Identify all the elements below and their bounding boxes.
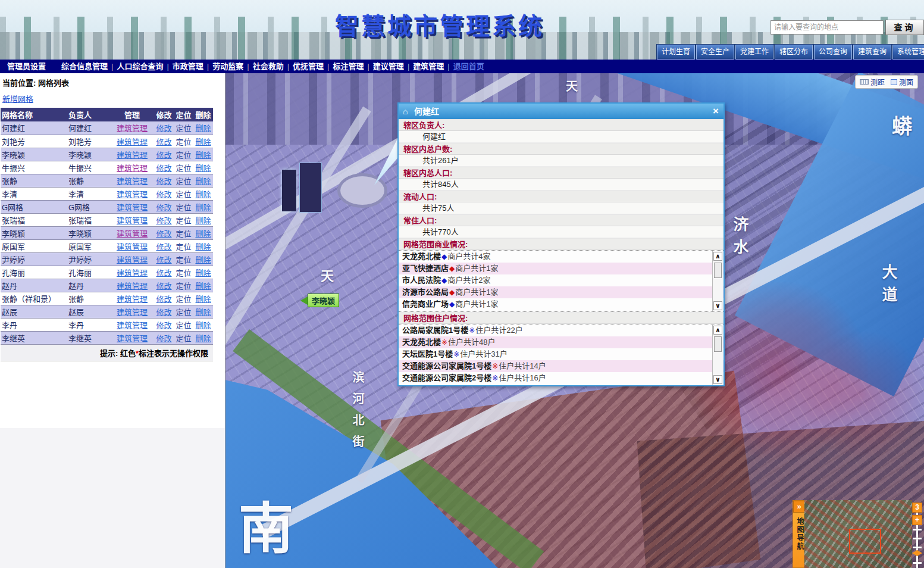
edit-link[interactable]: 修改 — [156, 334, 171, 343]
edit-link[interactable]: 修改 — [156, 282, 171, 291]
edit-link[interactable]: 修改 — [156, 308, 171, 317]
add-grid-link[interactable]: 新增网格 — [2, 93, 33, 104]
nav-item-2[interactable]: 综合信息管理 — [58, 62, 111, 71]
nav-item-1[interactable]: 管理员设置 — [4, 62, 49, 71]
manage-link[interactable]: 建筑管理 — [117, 295, 148, 304]
zoom-slider-track[interactable] — [916, 504, 918, 568]
minimap-collapse-button[interactable]: » — [793, 501, 805, 513]
manage-link[interactable]: 建筑管理 — [117, 177, 148, 186]
list-item[interactable]: 交通能源公司家属院2号楼※住户共计16户 — [399, 372, 723, 384]
nav-item-6[interactable]: 社会救助 — [249, 62, 287, 71]
locate-link[interactable]: 定位 — [176, 308, 191, 317]
manage-link[interactable]: 建筑管理 — [117, 269, 148, 277]
edit-link[interactable]: 修改 — [156, 151, 171, 160]
nav-item-8[interactable]: 标注管理 — [329, 62, 367, 71]
zoom-slider-thumb[interactable] — [912, 550, 922, 556]
feature-button-6[interactable]: 建筑查询 — [853, 45, 891, 60]
manage-link[interactable]: 建筑管理 — [117, 151, 148, 160]
locate-link[interactable]: 定位 — [176, 203, 191, 212]
locate-link[interactable]: 定位 — [176, 255, 191, 264]
delete-link[interactable]: 删除 — [195, 321, 211, 330]
delete-link[interactable]: 删除 — [195, 190, 211, 199]
list-item[interactable]: 济源市公路局◆商户共计1家 — [399, 286, 723, 298]
locate-link[interactable]: 定位 — [176, 151, 191, 160]
manage-link[interactable]: 建筑管理 — [117, 216, 148, 225]
edit-link[interactable]: 修改 — [156, 295, 171, 304]
locate-link[interactable]: 定位 — [176, 295, 191, 304]
delete-link[interactable]: 删除 — [195, 282, 211, 291]
locate-link[interactable]: 定位 — [176, 282, 191, 291]
measure-distance-button[interactable]: 测距 — [860, 77, 885, 87]
locate-link[interactable]: 定位 — [176, 334, 191, 343]
list-item[interactable]: 交通能源公司家属院1号楼※住户共计14户 — [399, 360, 723, 372]
edit-link[interactable]: 修改 — [156, 229, 171, 238]
edit-link[interactable]: 修改 — [156, 138, 171, 146]
manage-link[interactable]: 建筑管理 — [117, 308, 148, 317]
locate-link[interactable]: 定位 — [176, 321, 191, 330]
delete-link[interactable]: 删除 — [195, 308, 211, 317]
nav-item-home[interactable]: 退回首页 — [450, 62, 488, 71]
nav-item-4[interactable]: 市政管理 — [169, 62, 207, 71]
delete-link[interactable]: 删除 — [195, 216, 211, 225]
scroll-up-icon[interactable]: ∧ — [713, 326, 722, 335]
feature-button-7[interactable]: 系统管理 — [892, 45, 924, 60]
manage-link[interactable]: 建筑管理 — [117, 282, 148, 291]
nav-item-7[interactable]: 优抚管理 — [289, 62, 327, 71]
edit-link[interactable]: 修改 — [156, 216, 171, 225]
locate-link[interactable]: 定位 — [176, 229, 191, 238]
list-item[interactable]: 市人民法院◆商户共计2家 — [399, 274, 723, 286]
manage-link[interactable]: 建筑管理 — [117, 164, 148, 173]
delete-link[interactable]: 删除 — [195, 255, 211, 264]
manage-link[interactable]: 建筑管理 — [117, 242, 148, 251]
scroll-down-icon[interactable]: ∨ — [713, 375, 722, 384]
delete-link[interactable]: 删除 — [195, 242, 211, 251]
list-item[interactable]: 公路局家属院1号楼※住户共计22户 — [399, 324, 723, 336]
list-item[interactable]: 天龙苑北楼※住户共计48户 — [399, 336, 723, 348]
locate-link[interactable]: 定位 — [176, 190, 191, 199]
nav-item-3[interactable]: 人口综合查询 — [113, 62, 167, 71]
delete-link[interactable]: 删除 — [195, 334, 211, 343]
locate-link[interactable]: 定位 — [176, 124, 191, 133]
delete-link[interactable]: 删除 — [195, 164, 211, 173]
manage-link[interactable]: 建筑管理 — [117, 138, 148, 146]
delete-link[interactable]: 删除 — [195, 269, 211, 277]
manage-link[interactable]: 建筑管理 — [117, 334, 148, 343]
feature-button-4[interactable]: 辖区分布 — [775, 45, 813, 60]
delete-link[interactable]: 删除 — [195, 124, 211, 133]
edit-link[interactable]: 修改 — [156, 242, 171, 251]
locate-link[interactable]: 定位 — [176, 164, 191, 173]
edit-link[interactable]: 修改 — [156, 164, 171, 173]
feature-button-1[interactable]: 计划生育 — [657, 45, 695, 60]
edit-link[interactable]: 修改 — [156, 203, 171, 212]
edit-link[interactable]: 修改 — [156, 269, 171, 277]
delete-link[interactable]: 删除 — [195, 151, 211, 160]
list-item[interactable]: 信尧商业广场◆商户共计1家 — [399, 298, 723, 310]
map-marker-lixiaoying[interactable]: 李晓颖 — [300, 294, 339, 307]
edit-link[interactable]: 修改 — [156, 190, 171, 199]
manage-link[interactable]: 建筑管理 — [117, 321, 148, 330]
list-item[interactable]: 天龙苑北楼◆商户共计4家 — [399, 251, 723, 263]
edit-link[interactable]: 修改 — [156, 177, 171, 186]
locate-link[interactable]: 定位 — [176, 242, 191, 251]
nav-item-5[interactable]: 劳动监察 — [209, 62, 247, 71]
scrollbar-thumb[interactable] — [714, 336, 722, 352]
search-button[interactable]: 查询 — [885, 20, 924, 35]
manage-link[interactable]: 建筑管理 — [117, 229, 148, 238]
zoom-in-button[interactable]: + — [912, 515, 922, 525]
edit-link[interactable]: 修改 — [156, 321, 171, 330]
feature-button-3[interactable]: 党建工作 — [735, 45, 773, 60]
list-item[interactable]: 亚飞快捷酒店◆商户共计1家 — [399, 263, 723, 274]
scroll-up-icon[interactable]: ∧ — [713, 252, 722, 261]
minimap-image[interactable] — [804, 500, 912, 568]
locate-link[interactable]: 定位 — [176, 138, 191, 146]
manage-link[interactable]: 建筑管理 — [117, 124, 148, 133]
locate-link[interactable]: 定位 — [176, 269, 191, 277]
delete-link[interactable]: 删除 — [195, 229, 211, 238]
nav-item-9[interactable]: 建议管理 — [369, 62, 408, 71]
delete-link[interactable]: 删除 — [195, 295, 211, 304]
delete-link[interactable]: 删除 — [195, 177, 211, 186]
manage-link[interactable]: 建筑管理 — [117, 203, 148, 212]
locate-link[interactable]: 定位 — [176, 177, 191, 186]
map-canvas[interactable]: 南 滨河北街 天 天 济水 大道 蟒 测距 测面 李晓颖 ⌂ — [225, 73, 924, 568]
edit-link[interactable]: 修改 — [156, 255, 171, 264]
